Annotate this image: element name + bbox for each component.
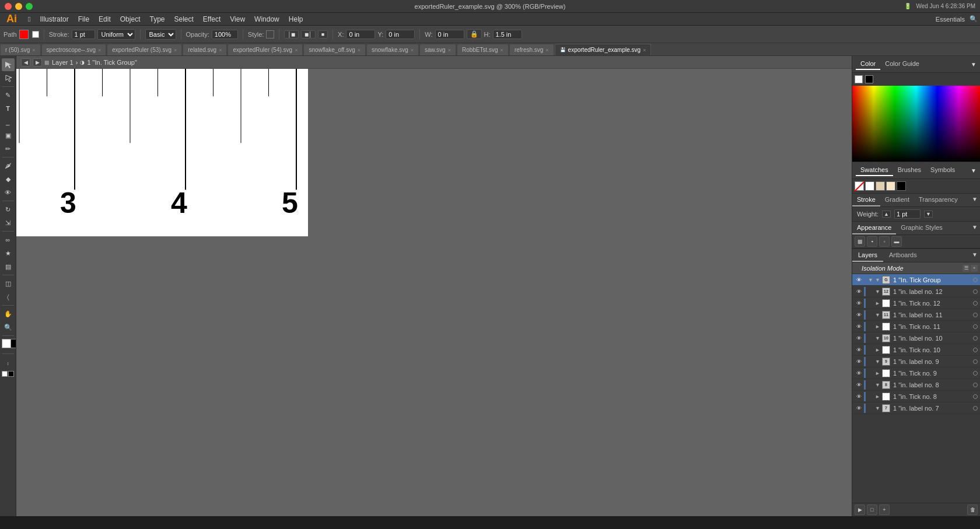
gradient-tab[interactable]: Gradient	[880, 194, 914, 206]
hand-tool[interactable]: ✋	[2, 307, 15, 320]
paintbucket-tool[interactable]: 🌶	[2, 159, 15, 172]
eye-icon[interactable]: 👁	[855, 276, 863, 284]
color-gradient[interactable]	[852, 86, 980, 162]
menu-file[interactable]: File	[74, 14, 94, 24]
eye-icon[interactable]: 👁	[855, 358, 863, 366]
stroke-input[interactable]	[72, 30, 95, 39]
swatch-item-3[interactable]	[886, 181, 895, 191]
expand-icon[interactable]: ▼	[875, 335, 881, 341]
white-swatch[interactable]	[855, 75, 863, 83]
expand-icon[interactable]: ►	[875, 324, 881, 330]
blend-tool[interactable]: ∞	[2, 233, 15, 246]
scale-tool[interactable]: ⇲	[2, 216, 15, 229]
close-icon[interactable]: ×	[32, 47, 35, 53]
menu-type[interactable]: Type	[145, 14, 169, 24]
close-icon[interactable]: ×	[411, 47, 414, 53]
layer-tick-11[interactable]: 👁 ► 1 "in. Tick no. 11	[852, 321, 980, 332]
type-tool[interactable]: T	[2, 102, 15, 115]
eyedropper-tool[interactable]: 👁	[2, 186, 15, 199]
align-btn-2[interactable]: ◼│	[301, 30, 316, 38]
swatch-registration[interactable]	[897, 181, 906, 191]
layers-panel-collapse[interactable]: ▼	[970, 249, 980, 262]
menu-effect[interactable]: Effect	[198, 14, 225, 24]
transparency-tab[interactable]: Transparency	[914, 194, 963, 206]
layer-label-12[interactable]: 👁 ▼ 12 1 "in. label no. 12	[852, 286, 980, 297]
stroke-color-swatch[interactable]	[19, 30, 29, 39]
layer-add-btn[interactable]: +	[971, 265, 978, 272]
eye-icon[interactable]: 👁	[855, 334, 863, 342]
breadcrumb-back[interactable]: ◀	[21, 58, 30, 66]
appearance-tab[interactable]: Appearance	[852, 222, 896, 234]
stroke-style-select[interactable]: Basic	[145, 29, 176, 40]
layer-tick-group[interactable]: 👁 ▼ ▼ G 1 "In. Tick Group	[852, 274, 980, 286]
expand-icon[interactable]: ►	[875, 300, 881, 306]
layer-label-9[interactable]: 👁 ▼ 9 1 "in. label no. 9	[852, 356, 980, 367]
eye-icon[interactable]: 👁	[855, 404, 863, 412]
line-tool[interactable]: ⎯	[2, 115, 15, 128]
menu-view[interactable]: View	[225, 14, 250, 24]
expand-icon[interactable]: ▼	[875, 359, 881, 365]
appearance-icon-2[interactable]: ▪	[867, 236, 877, 247]
close-icon[interactable]: ×	[295, 47, 298, 53]
tab-ruler53[interactable]: exportedRuler (53).svg ×	[107, 44, 182, 55]
delete-layer-btn[interactable]: 🗑	[967, 505, 978, 515]
eye-icon[interactable]: 👁	[855, 381, 863, 389]
layer-label-11[interactable]: 👁 ▼ 11 1 "in. label no. 11	[852, 309, 980, 321]
menu-object[interactable]: Object	[116, 14, 145, 24]
layers-content[interactable]: Isolation Mode ☰ + 👁 ▼ ▼ G 1 "In. Tick G…	[852, 262, 980, 503]
expand-icon[interactable]: ▼	[868, 277, 874, 283]
layers-tab[interactable]: Layers	[852, 249, 883, 262]
breadcrumb-forward[interactable]: ▶	[33, 58, 42, 66]
eye-icon[interactable]: 👁	[855, 393, 863, 401]
tab-ruler54[interactable]: exportedRuler (54).svg ×	[228, 44, 303, 55]
tab-spectroscope[interactable]: spectroscope--.svg ×	[41, 44, 107, 55]
swatch-white[interactable]	[865, 181, 874, 191]
layer-tick-8[interactable]: 👁 ► 1 "in. Tick no. 8	[852, 391, 980, 402]
stroke-type-select[interactable]: Uniform	[97, 29, 135, 40]
brushes-tab[interactable]: Brushes	[893, 164, 926, 176]
color-panel-header[interactable]: Color Color Guide ▼	[852, 56, 980, 73]
fill-box[interactable]	[2, 339, 11, 348]
direct-selection-tool[interactable]	[2, 72, 15, 85]
align-btn-3[interactable]: ■	[318, 30, 328, 38]
close-icon[interactable]: ×	[643, 47, 646, 53]
eye-icon[interactable]: 👁	[855, 311, 863, 319]
selection-tool[interactable]	[2, 58, 15, 71]
eye-icon[interactable]: 👁	[855, 299, 863, 307]
tab-snowflake-off[interactable]: snowflake_off.svg ×	[303, 44, 366, 55]
swap-colors-btn[interactable]: ↕	[2, 357, 15, 370]
w-input[interactable]	[435, 30, 464, 39]
black-swatch[interactable]	[865, 75, 873, 83]
layer-label-8[interactable]: 👁 ▼ 8 1 "in. label no. 8	[852, 379, 980, 391]
tab-r50[interactable]: r (50).svg ×	[0, 44, 41, 55]
expand-icon-2[interactable]: ▼	[875, 277, 881, 283]
slice-tool[interactable]: 〈	[2, 290, 15, 303]
constrain-btn[interactable]: 🔒	[467, 29, 482, 39]
artboards-tab[interactable]: Artboards	[883, 249, 923, 262]
close-button[interactable]	[5, 3, 12, 10]
swatches-collapse-icon[interactable]: ▼	[971, 167, 977, 174]
layer-label-7[interactable]: 👁 ▼ 7 1 "in. label no. 7	[852, 402, 980, 414]
close-icon[interactable]: ×	[545, 47, 548, 53]
graphic-styles-tab[interactable]: Graphic Styles	[896, 222, 947, 234]
h-input[interactable]	[493, 30, 522, 39]
panel-collapse-icon[interactable]: ▼	[971, 61, 977, 68]
expand-icon[interactable]: ►	[875, 394, 881, 400]
layer-tick-10[interactable]: 👁 ► 1 "in. Tick no. 10	[852, 344, 980, 356]
tab-robbetest[interactable]: RobbETst.svg ×	[457, 44, 509, 55]
stroke-panel-collapse[interactable]: ▼	[970, 194, 980, 206]
pencil-tool[interactable]: ✏	[2, 142, 15, 155]
search-icon[interactable]: 🔍	[970, 15, 978, 23]
stroke-weight-input[interactable]	[894, 209, 921, 219]
stroke-weight-increment[interactable]: ▼	[924, 211, 933, 218]
menu-edit[interactable]: Edit	[94, 14, 116, 24]
menu-select[interactable]: Select	[169, 14, 198, 24]
zoom-tool[interactable]: 🔍	[2, 321, 15, 334]
window-controls[interactable]	[5, 3, 33, 10]
swatch-none[interactable]	[855, 181, 864, 191]
minimize-button[interactable]	[15, 3, 22, 10]
close-icon[interactable]: ×	[98, 47, 101, 53]
style-swatch[interactable]	[266, 30, 274, 38]
tab-ruler-example[interactable]: 💾 exportedRuler_example.svg ×	[555, 44, 652, 55]
menu-apple[interactable]: 	[23, 14, 35, 24]
